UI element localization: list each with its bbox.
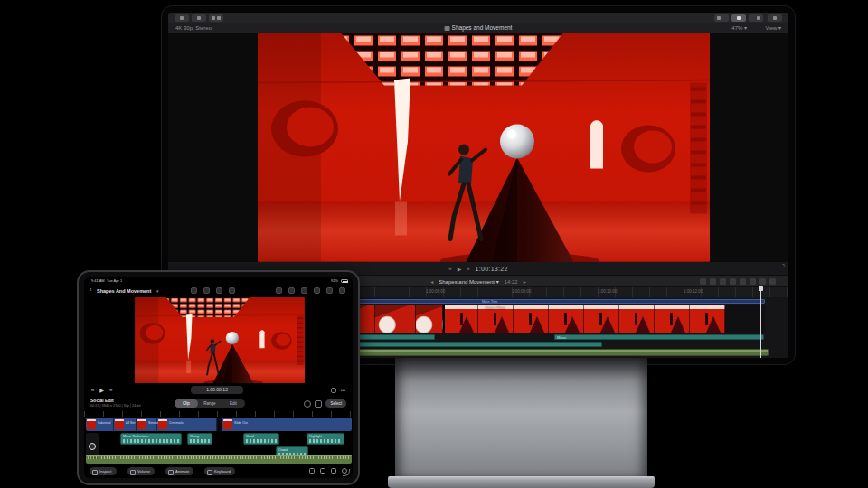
ipad-viewer-pane [84,297,353,383]
share-button[interactable] [768,14,782,22]
loop-icon[interactable] [331,388,336,393]
keyboard-button[interactable]: Keyboard [204,467,235,475]
timeline-clip[interactable]: All Set [114,418,137,431]
timeline-clip[interactable]: Industrial [86,418,114,431]
timeline-clip[interactable]: Smoke [137,418,157,431]
viewer-view-menu[interactable]: View ▾ [765,23,781,33]
chevron-down-icon: ▾ [156,288,159,294]
timeline-clip[interactable]: Slide Out [222,418,352,431]
ruler-label: 1:00:10:00 [598,289,617,294]
viewer-title: Shapes and Movement [445,23,513,33]
ipad-timeline-ruler[interactable] [84,411,353,417]
inspector-toggle-button[interactable] [749,14,763,22]
ruler-label: 1:00:06:00 [426,289,445,294]
duplicate-icon[interactable] [320,468,326,474]
select-button[interactable]: Select [326,399,346,408]
mac-info-bar: 4K 30p, Stereo Shapes and Movement 47% ▾… [168,23,788,33]
record-icon[interactable] [229,287,235,294]
back-chevron-icon[interactable]: ‹ [90,286,91,293]
trim-icon[interactable] [750,278,756,285]
audio-clip[interactable]: Mirror Reflections [120,433,182,445]
music-track-clip[interactable]: Hi Hat [86,455,352,464]
volume-button[interactable]: Volume [127,467,155,475]
timeline-project-name[interactable]: Shapes and Movement ▾ [439,278,498,285]
audio-clip[interactable]: Highlight [307,433,344,445]
mode-edit[interactable]: Edit [222,399,245,408]
ipad-primary-storyline[interactable]: Industrial All Set Smoke Cinematic Slide… [86,418,352,431]
append-icon[interactable] [730,278,736,285]
viewer-pane [168,33,788,262]
selection-mode-control: Clip Range Edit [175,399,245,408]
share-icon[interactable] [276,287,282,294]
skip-back-button[interactable]: « [448,266,451,271]
resize-handle-icon[interactable]: ⌝ [782,264,785,271]
video-thumbnail [375,305,416,333]
skip-back-button[interactable]: « [91,387,94,393]
more-options-button[interactable]: ••• [341,388,345,393]
audio-clip[interactable]: Vocal [243,433,279,445]
skimming-icon[interactable] [769,278,776,285]
placeholder-circle-icon [89,443,96,450]
viewer-zoom-control[interactable]: 47% ▾ [731,23,747,33]
overwrite-icon[interactable] [740,278,746,285]
import-media-button[interactable] [175,14,189,22]
clock: 9:41 AM Tue Apr 1 [91,278,122,283]
audio-clip-music[interactable]: Music [554,334,764,340]
mic-icon[interactable] [216,287,222,294]
trash-icon[interactable] [309,468,315,474]
audio-clip[interactable]: Rising [187,433,212,445]
keyword-editor-button[interactable] [192,14,206,22]
waveform [123,439,179,443]
chevron-down-icon: ▾ [778,25,781,31]
snapping-icon[interactable] [304,400,311,408]
speed-icon[interactable] [301,287,307,294]
background-tasks-button[interactable] [209,14,223,22]
ipad-timecode-display[interactable]: 1:00:08:13 [191,386,243,394]
timeline-project-name[interactable]: Social Edit [90,398,114,403]
effects-icon[interactable] [760,278,766,285]
project-duration: 14:22 [505,279,518,285]
inspect-button[interactable]: Inspect [90,467,117,475]
timeline-toggle-button[interactable] [731,14,746,22]
mute-icon[interactable] [331,468,336,474]
clip-thumbnail [115,419,124,429]
browser-toggle-button[interactable] [714,14,729,22]
index-icon[interactable] [700,278,706,285]
ipad-project-title[interactable]: Shapes And Movement [97,288,151,294]
insert-icon[interactable] [720,278,726,285]
skip-forward-button[interactable]: » [109,387,112,393]
mode-clip[interactable]: Clip [175,399,198,408]
zoom-fit-icon[interactable] [315,400,322,408]
undo-icon[interactable] [191,287,197,294]
chevron-down-icon: ▾ [744,25,747,31]
project-format-info: 4K 30p, Stereo [175,23,212,33]
animate-button[interactable]: Animate [165,467,193,475]
previous-project-button[interactable]: ◂ [430,278,433,285]
play-button[interactable]: ▶ [458,266,462,272]
timeline-tools [700,278,776,285]
clip-thumbnail [223,419,232,429]
render-icon[interactable] [288,287,295,294]
timeline-clip[interactable]: Cinematic [157,418,217,431]
connect-icon[interactable] [710,278,716,285]
clapper-icon [445,26,450,31]
next-project-button[interactable]: ▸ [524,278,526,285]
ipad-right-tools [276,287,345,294]
clip-thumbnail [158,419,167,429]
project-specs: 00:23 | 3840 x 2160 | 30p | 24-bit [90,404,141,408]
video-thumbnail [514,305,549,333]
ruler-label: 1:00:08:00 [512,289,531,294]
playhead[interactable] [760,286,761,358]
ipad-transport-bar: « ▶ » 1:00:08:13 ••• [84,383,353,397]
play-button[interactable]: ▶ [99,387,104,393]
viewer-icon[interactable] [326,287,333,294]
ipad-bottom-toolbar: Inspect Volume Animate Keyboard [84,465,353,478]
video-frame-red-room [133,297,307,383]
battery-percent: 92% [331,278,338,283]
media-icon[interactable] [314,287,320,294]
clip-browser-icon[interactable] [203,287,210,294]
jog-wheel-icon[interactable] [339,287,345,294]
skip-forward-button[interactable]: » [467,266,469,271]
waveform [246,439,277,443]
mode-range[interactable]: Range [198,399,222,408]
